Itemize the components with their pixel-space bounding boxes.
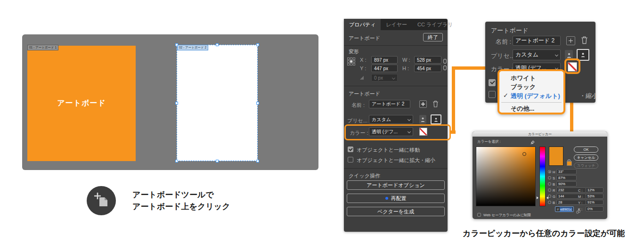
k-label: K : bbox=[578, 207, 582, 211]
h-input[interactable]: 33° bbox=[556, 169, 577, 174]
y-input[interactable]: 91% bbox=[586, 200, 603, 205]
b2-radio[interactable] bbox=[548, 201, 551, 204]
saturation-brightness-field[interactable] bbox=[476, 146, 536, 206]
artboard-1-label[interactable]: 01 - アートボード 1 bbox=[27, 45, 58, 50]
s-radio[interactable] bbox=[548, 176, 551, 179]
cancel-button[interactable]: キャンセル bbox=[574, 154, 598, 161]
divider bbox=[344, 45, 448, 46]
artboard-color-select[interactable]: 透明 (デフ... bbox=[369, 127, 413, 136]
scale-with-artwork-label: オブジェクトと一緒に拡大・縮小 bbox=[357, 157, 435, 164]
selection-handle[interactable] bbox=[216, 43, 219, 46]
r-radio[interactable] bbox=[548, 188, 551, 192]
scale-with-artwork-checkbox[interactable] bbox=[348, 157, 353, 163]
color-field-marker[interactable] bbox=[522, 152, 526, 156]
h-label: H : bbox=[402, 65, 409, 71]
menu-item-transparent-default[interactable]: 透明 (デフォルト) bbox=[511, 92, 560, 100]
hue-slider[interactable] bbox=[539, 146, 546, 206]
selection-handle[interactable] bbox=[216, 160, 219, 163]
color-dropdown-menu: ホワイト ブラック ✓ 透明 (デフォルト) その他... bbox=[497, 69, 565, 114]
quick-actions-label: クイック操作 bbox=[349, 172, 380, 179]
artboard-name-input[interactable]: アートボード 2 bbox=[369, 100, 410, 108]
artboard-2[interactable]: 02 - アートボード 2 bbox=[177, 45, 258, 161]
b-input[interactable]: 90% bbox=[556, 181, 577, 187]
new-artboard-button[interactable] bbox=[566, 36, 575, 45]
connector-line bbox=[452, 66, 486, 70]
preset-select[interactable]: カスタム bbox=[369, 115, 413, 124]
c-label: C : bbox=[578, 188, 583, 193]
reference-point-locator[interactable] bbox=[347, 57, 355, 65]
selection-handle[interactable] bbox=[175, 43, 178, 46]
dialog-titlebar[interactable]: カラーピッカー bbox=[473, 131, 607, 137]
tab-layers[interactable]: レイヤー bbox=[381, 19, 412, 30]
selection-handle[interactable] bbox=[175, 102, 178, 105]
c-input[interactable]: 12% bbox=[586, 187, 603, 193]
move-with-artwork-checkbox[interactable] bbox=[489, 79, 496, 86]
y-label: Y : bbox=[578, 201, 582, 205]
ok-button[interactable]: OK bbox=[574, 146, 598, 153]
artboard-name-input[interactable]: アートボード 2 bbox=[513, 36, 561, 46]
delete-artboard-icon[interactable] bbox=[581, 36, 588, 46]
w-input[interactable]: 528 px bbox=[414, 56, 441, 64]
artboard-options-button[interactable]: アートボードオプション bbox=[347, 180, 445, 190]
scale-with-artwork-checkbox[interactable] bbox=[489, 91, 496, 98]
panel-tabbar: プロパティ レイヤー CC ライブラリ bbox=[344, 19, 448, 30]
web-safe-swatch[interactable] bbox=[567, 161, 572, 166]
preset-label: プリセ... bbox=[491, 52, 515, 60]
done-button[interactable]: 終了 bbox=[423, 33, 443, 41]
landscape-orientation-button[interactable] bbox=[577, 49, 589, 61]
portrait-orientation-button[interactable] bbox=[419, 115, 426, 124]
g-radio[interactable] bbox=[548, 195, 551, 198]
color-picker-dialog: カラーピッカー カラーを選択 : OK キャンセル スウォッチ H : 33° … bbox=[473, 131, 607, 219]
menu-item-black[interactable]: ブラック bbox=[511, 83, 536, 91]
h-input[interactable]: 454 px bbox=[414, 65, 441, 72]
s-input[interactable]: 87% bbox=[556, 175, 577, 180]
checkmark-icon: ✓ bbox=[503, 92, 508, 99]
selection-handle[interactable] bbox=[256, 160, 259, 163]
tutorial-figure: 01 - アートボード 1 アートボード 02 - アートボード 2 アートボー… bbox=[0, 0, 644, 252]
landscape-orientation-button[interactable] bbox=[431, 114, 441, 124]
menu-item-white[interactable]: ホワイト bbox=[511, 74, 536, 82]
artboard-color-swatch[interactable] bbox=[568, 62, 577, 72]
websafe-checkbox[interactable] bbox=[477, 213, 481, 217]
constrain-proportions-icon[interactable] bbox=[442, 58, 448, 73]
h-radio[interactable] bbox=[548, 170, 551, 173]
menu-item-other[interactable]: その他... bbox=[511, 105, 534, 113]
generate-vector-button[interactable]: ベクターを生成 bbox=[347, 207, 445, 216]
b-radio[interactable] bbox=[548, 182, 551, 186]
y-input[interactable]: 447 px bbox=[371, 65, 398, 72]
divider bbox=[344, 86, 448, 86]
rearrange-button[interactable]: 再配置 bbox=[347, 194, 445, 203]
hex-input[interactable]: # e8901c bbox=[555, 206, 574, 212]
angle-input: 0 px bbox=[371, 74, 398, 81]
swatches-button[interactable]: スウォッチ bbox=[574, 163, 598, 169]
portrait-orientation-button[interactable] bbox=[565, 50, 573, 60]
selection-handle[interactable] bbox=[256, 102, 259, 105]
x-input[interactable]: 897 px bbox=[371, 56, 398, 64]
move-with-artwork-checkbox[interactable] bbox=[348, 146, 353, 152]
selection-handle[interactable] bbox=[256, 43, 259, 46]
menu-separator bbox=[501, 102, 562, 103]
color-preview-swatch bbox=[549, 146, 563, 166]
tab-cc-libraries[interactable]: CC ライブラリ bbox=[412, 19, 458, 30]
tab-properties[interactable]: プロパティ bbox=[344, 19, 381, 30]
artboard-color-swatch[interactable] bbox=[419, 128, 427, 136]
hue-slider-marker[interactable] bbox=[537, 196, 538, 199]
eyedropper-icon[interactable] bbox=[530, 138, 535, 147]
delete-artboard-icon[interactable] bbox=[432, 100, 439, 109]
selection-handle[interactable] bbox=[175, 160, 178, 163]
tool-note-line1: アートボードツールで bbox=[132, 189, 230, 201]
properties-panel: プロパティ レイヤー CC ライブラリ アートボード 終了 変形 X : 897… bbox=[344, 19, 448, 232]
artboard-2-label[interactable]: 02 - アートボード 2 bbox=[177, 45, 208, 50]
x-label: X : bbox=[360, 57, 366, 63]
name-label: 名前 : bbox=[351, 102, 365, 109]
beta-dot-icon bbox=[385, 197, 388, 200]
panel-title: アートボード bbox=[491, 26, 528, 35]
select-color-label: カラーを選択 : bbox=[477, 139, 501, 144]
m-input[interactable]: 53% bbox=[586, 194, 603, 199]
preset-select[interactable]: カスタム bbox=[513, 49, 561, 60]
k-input[interactable]: 0% bbox=[586, 206, 603, 211]
artboard-tool-badge bbox=[87, 186, 116, 215]
new-artboard-button[interactable] bbox=[419, 100, 427, 108]
artboard-1[interactable]: 01 - アートボード 1 アートボード bbox=[27, 46, 136, 161]
y-label: Y : bbox=[360, 65, 366, 71]
